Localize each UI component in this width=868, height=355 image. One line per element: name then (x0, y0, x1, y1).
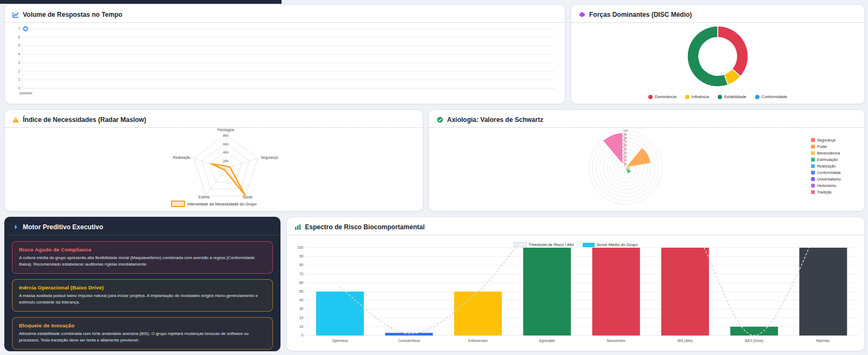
alert-title: Risco Agudo de Compliance (19, 247, 266, 253)
data-point[interactable] (24, 27, 28, 31)
legend-item-Hedonismo[interactable]: Hedonismo (811, 184, 841, 188)
bar-Machiav.[interactable] (799, 248, 847, 335)
svg-text:1: 1 (18, 78, 20, 81)
disc-legend: DominânciaInfluênciaEstabilidadeConformi… (571, 94, 864, 99)
alert-list: Risco Agudo de ComplianceA cultura média… (5, 235, 280, 351)
svg-text:10: 10 (624, 162, 627, 165)
legend-swatch (811, 171, 815, 175)
legend-item-Segurança[interactable]: Segurança (811, 138, 841, 142)
svg-text:22/03/2025: 22/03/2025 (19, 92, 33, 95)
svg-text:600: 600 (223, 143, 229, 146)
svg-text:Social: Social (242, 195, 252, 199)
legend-item-Conformidade[interactable]: Conformidade (755, 94, 787, 99)
svg-text:60: 60 (299, 281, 304, 285)
svg-text:40: 40 (299, 298, 304, 302)
svg-text:400: 400 (223, 151, 229, 154)
next-card-edge (0, 0, 282, 4)
card-espectro-header: Espectro de Risco Biocomportamental (287, 217, 864, 235)
bar-BIS (Alto)[interactable] (661, 248, 709, 335)
bar-Neuroticism[interactable] (592, 248, 640, 335)
brain-icon (579, 11, 585, 18)
legend-swatch (811, 164, 815, 168)
alert-card: Bloqueio de InovaçãoAltíssima estabilida… (12, 317, 273, 350)
svg-text:80: 80 (624, 137, 627, 140)
legend-swatch (811, 145, 815, 149)
card-disc-header: Forças Dominantes (DISC Médio) (571, 5, 864, 23)
legend-item-Estabilidade[interactable]: Estabilidade (718, 94, 746, 99)
legend-label: Realização (817, 164, 836, 168)
legend-label: Conformidade (817, 171, 841, 175)
svg-text:70: 70 (299, 272, 304, 276)
card-motor: Motor Preditivo Executivo Risco Agudo de… (4, 217, 280, 351)
legend-label: Conformidade (762, 94, 787, 99)
legend-label: Influência (692, 94, 709, 99)
svg-text:20: 20 (299, 316, 304, 320)
card-espectro: Espectro de Risco Biocomportamental 0102… (286, 217, 865, 351)
legend-label: Estabilidade (724, 94, 746, 99)
legend-item-Universalismo[interactable]: Universalismo (811, 177, 841, 181)
legend-swatch (811, 158, 815, 162)
legend-item-Intensidade da Necessidade do Grupo[interactable]: Intensidade da Necessidade do Grupo (171, 201, 257, 207)
svg-text:30: 30 (299, 307, 304, 311)
svg-text:Fisiológica: Fisiológica (218, 128, 234, 132)
legend-item-Tradição[interactable]: Tradição (811, 190, 841, 194)
svg-text:30: 30 (624, 155, 627, 158)
svg-text:Realização: Realização (173, 156, 191, 160)
bar-Conscientious[interactable] (385, 333, 433, 335)
legend-label: Threshold de Risco / Alto (529, 242, 574, 247)
svg-text:90: 90 (299, 254, 304, 258)
svg-text:Extraversion: Extraversion (468, 339, 488, 343)
disc-donut-chart (571, 23, 864, 91)
legend-item-Realização[interactable]: Realização (811, 164, 841, 168)
polar-slice-Poder[interactable] (626, 148, 651, 167)
bar-Openness[interactable] (316, 292, 364, 335)
svg-text:Openness: Openness (332, 339, 348, 343)
line-chart-icon (12, 11, 19, 18)
risco-legend: Threshold de Risco / AltoScore Médio do … (287, 242, 864, 247)
svg-text:80: 80 (299, 263, 304, 267)
legend-label: Dominância (655, 94, 676, 99)
card-maslow: Índice de Necessidades (Radar Maslow) 20… (4, 109, 423, 211)
legend-item-Estimulação[interactable]: Estimulação (811, 158, 841, 162)
legend-label: Tradição (817, 190, 832, 194)
card-motor-title: Motor Preditivo Executivo (23, 223, 103, 231)
legend-label: Benevolência (817, 151, 840, 155)
legend-item-Score Médio do Grupo[interactable]: Score Médio do Grupo (583, 242, 637, 247)
svg-text:100: 100 (623, 129, 628, 132)
legend-item-Threshold de Risco / Alto[interactable]: Threshold de Risco / Alto (514, 242, 574, 247)
svg-text:50: 50 (624, 147, 627, 151)
alert-body: A cultura média do grupo apresenta alta … (19, 255, 266, 268)
legend-swatch (718, 95, 722, 99)
card-volume: Volume de Respostas no Tempo 0123456722/… (4, 4, 565, 104)
bar-BAS (Drive)[interactable] (730, 327, 778, 335)
bar-Agreeable[interactable] (523, 248, 571, 335)
legend-item-Influência[interactable]: Influência (685, 94, 709, 99)
svg-text:0: 0 (18, 86, 20, 90)
legend-item-Conformidade[interactable]: Conformidade (811, 171, 841, 175)
svg-text:BAS (Drive): BAS (Drive) (745, 339, 763, 343)
alert-body: Altíssima estabilidade combinada com for… (19, 331, 266, 344)
svg-text:800: 800 (223, 134, 229, 137)
svg-text:60: 60 (624, 144, 627, 147)
donut-slice-Dominância[interactable] (718, 26, 748, 76)
legend-swatch (171, 201, 185, 207)
legend-swatch (583, 243, 595, 247)
legend-label: Estimulação (817, 158, 838, 162)
bar-Extraversion[interactable] (454, 292, 502, 335)
maslow-legend: Intensidade da Necessidade do Grupo (5, 201, 423, 207)
svg-text:BIS (Alto): BIS (Alto) (678, 339, 693, 343)
legend-item-Dominância[interactable]: Dominância (648, 94, 676, 99)
svg-text:Neuroticism: Neuroticism (607, 339, 625, 343)
alert-title: Bloqueio de Inovação (19, 322, 266, 328)
card-maslow-header: Índice de Necessidades (Radar Maslow) (5, 110, 423, 128)
card-volume-header: Volume de Respostas no Tempo (5, 5, 565, 23)
legend-swatch (811, 138, 815, 142)
svg-text:Machiav.: Machiav. (816, 339, 831, 343)
volume-line-chart: 0123456722/03/2025 (8, 24, 560, 100)
bolt-icon (12, 224, 19, 230)
legend-item-Benevolência[interactable]: Benevolência (811, 151, 841, 155)
legend-item-Poder[interactable]: Poder (811, 145, 841, 149)
legend-label: Poder (817, 145, 827, 149)
schwartz-polar-chart: 102030405060708090100 (429, 126, 864, 209)
legend-swatch (685, 95, 690, 99)
